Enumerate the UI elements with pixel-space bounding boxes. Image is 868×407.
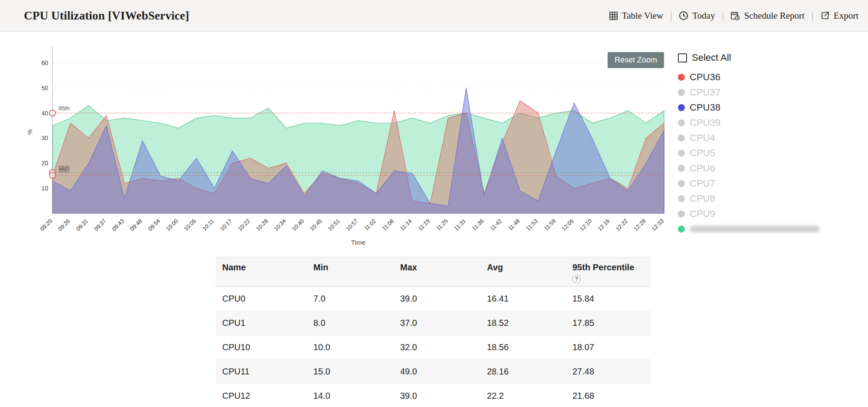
x-tick-label: 10:51 [327,218,342,233]
cpu-utilization-chart[interactable]: Reset Zoom 10203040506095th95th95th09:20… [26,43,677,256]
table-row: CPU18.037.018.5217.85 [216,311,651,335]
x-tick-label: 10:00 [165,218,180,233]
x-tick-label: 09:54 [147,218,161,233]
separator: | [722,11,723,21]
cell-value: 39.0 [394,287,480,311]
legend-label: CPU4 [690,132,715,144]
legend-item-CPU9[interactable]: CPU9 [678,206,865,221]
reset-zoom-button[interactable]: Reset Zoom [608,52,664,68]
cell-value: 22.2 [480,384,566,407]
app-window: CPU Utilization [VIWebService] Table Vie… [0,0,868,407]
x-tick-label: 11:36 [471,218,485,232]
x-tick-label: 11:14 [399,218,413,232]
x-tick-label: 12:22 [615,218,629,233]
legend-dot [678,119,685,126]
x-tick-label: 11:08 [381,218,395,232]
legend-item-CPU7[interactable]: CPU7 [678,176,865,191]
legend-label: CPU37 [690,87,720,98]
column-header-max: Max [394,257,480,287]
page-title: CPU Utilization [VIWebService] [24,9,189,23]
chart-plot-area[interactable]: 10203040506095th95th95th09:2009:2609:310… [26,43,677,258]
separator: | [812,11,813,21]
x-tick-label: 12:28 [632,218,647,233]
schedule-report-button[interactable]: Schedule Report [730,10,804,21]
export-button[interactable]: Export [820,10,858,21]
x-tick-label: 10:22 [237,218,251,233]
legend-dot [678,210,685,217]
export-label: Export [834,10,858,21]
help-icon[interactable]: ? [572,275,581,283]
cell-value: 18.56 [480,335,566,360]
x-tick-label: 11:31 [453,218,467,232]
chart-legend: Select All CPU36CPU37CPU38CPU39CPU4CPU5C… [678,52,865,236]
legend-dot [678,195,685,202]
legend-item-CPU38[interactable]: CPU38 [678,100,865,115]
x-tick-label: 10:34 [273,218,287,233]
cell-value: 8.0 [307,311,394,335]
x-tick-label: 12:10 [579,218,593,233]
cell-value: 15.0 [307,360,394,384]
clock-icon [679,11,688,20]
x-tick-label: 12:33 [651,218,665,233]
legend-dot [678,74,685,81]
table-view-button[interactable]: Table View [609,10,663,21]
cpu-stats-table: NameMinMaxAvg95th Percentile? CPU07.039.… [216,257,651,407]
cell-value: 32.0 [394,335,480,360]
export-icon [820,11,830,20]
cell-name: CPU10 [216,335,307,360]
cell-value: 7.0 [307,287,394,311]
cell-name: CPU1 [216,311,307,335]
table-header: NameMinMaxAvg95th Percentile? [216,257,651,287]
legend-item-CPU5[interactable]: CPU5 [678,145,865,161]
x-tick-label: 09:43 [111,218,125,233]
table-row: CPU1214.039.022.221.68 [216,384,651,407]
select-all-label: Select All [692,52,731,63]
select-all-control[interactable]: Select All [678,52,865,63]
x-tick-label: 10:45 [309,218,323,233]
legend-label: CPU38 [690,102,720,113]
legend-item-CPU4[interactable]: CPU4 [678,130,865,145]
cell-value: 37.0 [394,311,480,335]
legend-label: CPU36 [690,72,720,83]
legend-dot [678,135,685,141]
legend-item-CPU8[interactable]: CPU8 [678,191,865,206]
cell-name: CPU0 [216,287,307,311]
legend-item-CPU36[interactable]: CPU36 [678,69,865,85]
legend-item-redacted[interactable] [678,221,865,236]
legend-item-CPU37[interactable]: CPU37 [678,85,865,100]
y-tick-label: 60 [41,59,48,66]
legend-label: CPU7 [690,178,715,189]
cell-value: 21.68 [566,384,651,407]
x-tick-label: 09:26 [57,218,72,233]
schedule-report-label: Schedule Report [744,10,804,21]
cell-value: 10.0 [307,335,394,360]
x-tick-label: 09:20 [39,218,54,233]
x-tick-label: 10:17 [219,218,233,233]
table-header-row: NameMinMaxAvg95th Percentile? [216,257,651,287]
cell-value: 28.16 [480,360,566,384]
x-tick-label: 11:02 [363,218,377,232]
percentile-label: 95th [59,105,69,112]
x-tick-label: 10:57 [345,218,359,233]
y-tick-label: 50 [41,85,48,92]
header-bar: CPU Utilization [VIWebService] Table Vie… [0,0,868,32]
x-tick-label: 12:16 [596,218,611,233]
legend-item-CPU39[interactable]: CPU39 [678,115,865,130]
legend-label: CPU8 [690,193,715,204]
column-header-name: Name [216,257,307,287]
column-header-95th-percentile: 95th Percentile? [566,257,651,287]
legend-item-CPU6[interactable]: CPU6 [678,161,865,176]
stats-table: NameMinMaxAvg95th Percentile? CPU07.039.… [216,257,651,407]
x-axis-title: Time [351,239,365,246]
legend-label: CPU39 [690,117,720,128]
table-icon [609,11,618,20]
legend-dot [678,150,685,157]
header-actions: Table View | Today | Schedule Report | [609,0,858,31]
legend-dot [678,226,685,233]
today-button[interactable]: Today [679,10,715,21]
table-view-label: Table View [622,10,663,21]
cell-name: CPU12 [216,384,307,407]
cell-value: 27.48 [566,360,651,384]
select-all-checkbox[interactable] [678,53,687,62]
table-row: CPU07.039.016.4115.84 [216,287,651,311]
